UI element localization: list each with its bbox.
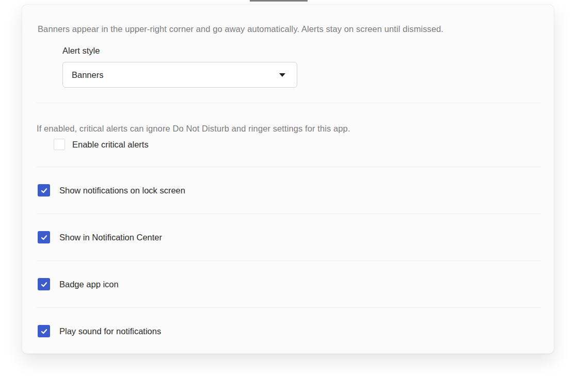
- enable-critical-alerts-checkbox[interactable]: [54, 139, 65, 150]
- notification-settings-card: Banners appear in the upper-right corner…: [22, 4, 554, 354]
- section-divider: [37, 167, 541, 167]
- alert-style-label: Alert style: [62, 45, 541, 56]
- cropped-window-edge: [250, 0, 308, 2]
- badge-app-icon-checkbox[interactable]: [38, 278, 50, 290]
- enable-critical-alerts-label: Enable critical alerts: [72, 139, 149, 150]
- play-sound-checkbox[interactable]: [38, 325, 50, 337]
- play-sound-row[interactable]: Play sound for notifications: [38, 325, 541, 337]
- enable-critical-alerts-row[interactable]: Enable critical alerts: [54, 139, 541, 150]
- row-divider: [37, 260, 541, 261]
- screenshot-stage: Banners appear in the upper-right corner…: [0, 0, 578, 392]
- lock-screen-notifications-checkbox[interactable]: [38, 184, 50, 197]
- lock-screen-notifications-label: Show notifications on lock screen: [59, 185, 185, 196]
- alert-style-selected-value: Banners: [72, 70, 103, 80]
- notification-center-checkbox[interactable]: [38, 231, 50, 243]
- alert-style-dropdown[interactable]: Banners: [62, 62, 297, 88]
- checkmark-icon: [40, 281, 48, 288]
- notification-center-row[interactable]: Show in Notification Center: [38, 231, 541, 243]
- badge-app-icon-label: Badge app icon: [59, 279, 119, 290]
- caret-down-icon: [279, 73, 285, 77]
- checkmark-icon: [40, 234, 48, 241]
- section-divider: [37, 103, 541, 103]
- play-sound-label: Play sound for notifications: [59, 325, 161, 337]
- banners-behavior-description: Banners appear in the upper-right corner…: [38, 23, 541, 35]
- row-divider: [37, 214, 541, 214]
- notification-center-label: Show in Notification Center: [59, 232, 162, 243]
- row-divider: [37, 307, 541, 308]
- checkmark-icon: [40, 328, 48, 335]
- checkmark-icon: [40, 187, 48, 194]
- badge-app-icon-row[interactable]: Badge app icon: [38, 278, 541, 290]
- lock-screen-notifications-row[interactable]: Show notifications on lock screen: [38, 184, 541, 197]
- critical-alerts-description: If enabled, critical alerts can ignore D…: [37, 123, 541, 134]
